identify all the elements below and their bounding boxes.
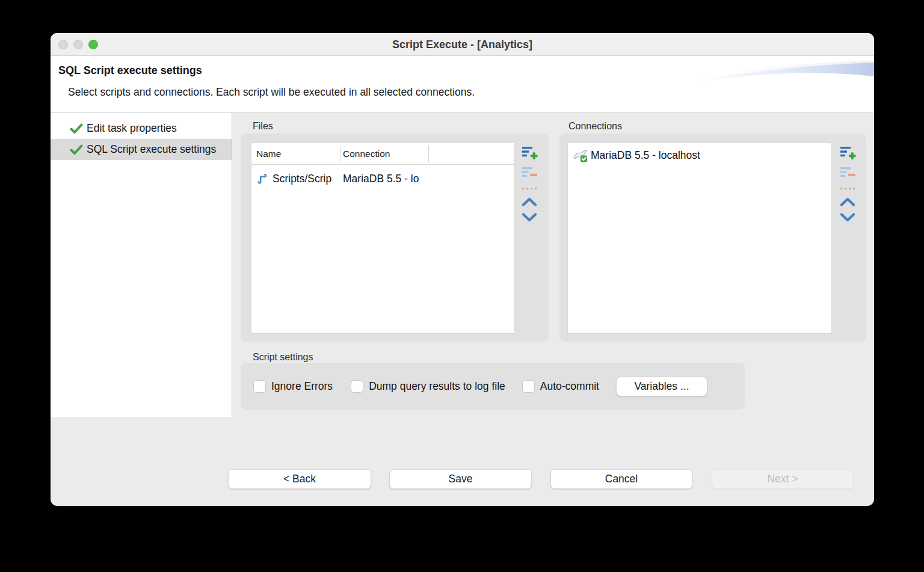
close-button[interactable] [58, 40, 68, 49]
remove-script-button[interactable] [522, 166, 538, 181]
add-script-button[interactable] [522, 146, 538, 161]
back-button[interactable]: < Back [228, 469, 371, 489]
ignore-errors-checkbox[interactable] [253, 380, 266, 393]
file-name-cell: Scripts/Scrip [273, 173, 331, 185]
script-execute-dialog: Script Execute - [Analytics] [51, 33, 874, 506]
page-description: Select scripts and connections. Each scr… [68, 86, 475, 99]
move-up-button[interactable] [522, 197, 537, 207]
move-up-button[interactable] [840, 197, 855, 207]
desktop-background: Script Execute - [Analytics] [0, 0, 924, 572]
checkbox-label: Ignore Errors [271, 380, 333, 393]
sql-script-icon [256, 173, 268, 185]
sidebar-item-label: SQL Script execute settings [87, 143, 216, 156]
file-row[interactable]: Scripts/Scrip MariaDB 5.5 - lo [251, 168, 514, 189]
zoom-button[interactable] [88, 40, 98, 49]
auto-commit-option: Auto-commit [522, 380, 599, 393]
connections-panel-label: Connections [568, 121, 622, 132]
connection-row[interactable]: MariaDB 5.5 - localhost [573, 149, 831, 162]
page-title: SQL Script execute settings [58, 64, 202, 77]
files-panel-label: Files [253, 121, 273, 132]
next-button[interactable]: Next > [712, 469, 854, 489]
sidebar-item-edit-task-properties[interactable]: Edit task properties [51, 118, 232, 139]
file-connection-cell: MariaDB 5.5 - lo [343, 173, 419, 185]
titlebar[interactable]: Script Execute - [Analytics] [51, 33, 874, 56]
script-settings-label: Script settings [253, 352, 313, 363]
save-button[interactable]: Save [389, 469, 532, 489]
dump-query-results-checkbox[interactable] [351, 380, 363, 393]
ignore-errors-option: Ignore Errors [253, 380, 333, 393]
files-toolbar [519, 146, 540, 223]
connection-name: MariaDB 5.5 - localhost [591, 149, 700, 162]
add-connection-button[interactable] [840, 146, 856, 161]
files-table[interactable]: Name Connection Scripts/Scrip MariaDB 5.… [251, 143, 514, 334]
sidebar-item-sql-script-execute-settings[interactable]: SQL Script execute settings [51, 139, 232, 160]
step-complete-check-icon [70, 144, 83, 155]
auto-commit-checkbox[interactable] [522, 380, 535, 393]
wizard-header: SQL Script execute settings Select scrip… [51, 56, 874, 113]
dump-query-results-option: Dump query results to log file [351, 380, 505, 393]
column-divider[interactable] [428, 146, 429, 162]
cancel-button[interactable]: Cancel [550, 469, 692, 489]
files-table-header: Name Connection [251, 143, 514, 165]
move-down-button[interactable] [840, 212, 855, 223]
script-settings-panel: Ignore Errors Dump query results to log … [241, 363, 745, 410]
traffic-lights [58, 40, 98, 49]
connections-toolbar [837, 146, 858, 223]
column-header-connection[interactable]: Connection [343, 143, 390, 165]
minimize-button[interactable] [73, 40, 83, 49]
column-divider[interactable] [340, 146, 340, 162]
connections-list[interactable]: MariaDB 5.5 - localhost [567, 143, 832, 334]
checkbox-label: Auto-commit [540, 380, 599, 393]
step-complete-check-icon [70, 123, 83, 134]
variables-button[interactable]: Variables ... [616, 377, 707, 396]
remove-connection-button[interactable] [840, 166, 856, 181]
window-title: Script Execute - [Analytics] [51, 33, 874, 56]
move-down-button[interactable] [522, 212, 537, 223]
more-options-button[interactable] [840, 186, 856, 191]
more-options-button[interactable] [522, 186, 538, 191]
script-settings-row: Ignore Errors Dump query results to log … [253, 363, 733, 410]
sidebar-item-label: Edit task properties [87, 122, 177, 135]
wizard-steps-sidebar: Edit task properties SQL Script execute … [51, 113, 232, 417]
mariadb-connection-icon [573, 149, 588, 162]
column-header-name[interactable]: Name [256, 143, 281, 165]
banner-swoosh-decoration [694, 58, 874, 82]
checkbox-label: Dump query results to log file [369, 380, 505, 393]
